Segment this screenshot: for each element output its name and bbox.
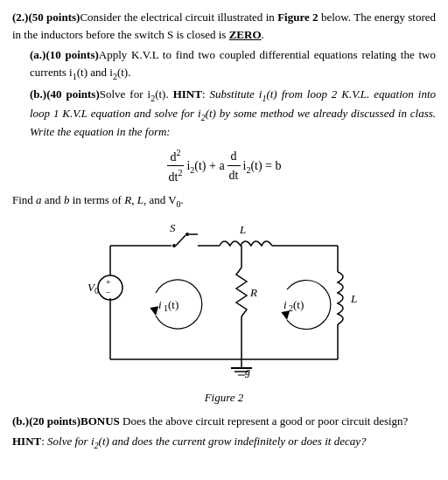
equation-block: d2 dt2 i2(t) + a d dt i2(t) = b (12, 146, 436, 186)
equation: d2 dt2 i2(t) + a d dt i2(t) = b (167, 146, 282, 186)
svg-point-4 (186, 233, 189, 236)
frac-d2: d2 dt2 (167, 146, 185, 186)
svg-text:+: + (106, 277, 111, 287)
part-a: (a.)(10 points)Apply K.V.L to find two c… (30, 46, 436, 82)
problem-header: (2.)(50 points)Consider the electrical c… (12, 9, 436, 43)
circuit-svg: S L L g (75, 219, 373, 386)
bonus-section: (b.)(20 points)BONUS Does the above circ… (12, 413, 436, 430)
svg-text:i: i (158, 298, 162, 311)
svg-text:0: 0 (94, 286, 99, 296)
svg-text:L: L (350, 292, 357, 305)
svg-point-2 (172, 244, 176, 247)
problem-container: (2.)(50 points)Consider the electrical c… (12, 9, 436, 451)
circuit-diagram: S L L g (12, 219, 436, 407)
bonus-label: (b.)(20 points) (12, 414, 80, 428)
find-text: Find a and b in terms of R, L, and V0. (12, 191, 436, 211)
svg-text:g: g (245, 365, 250, 378)
svg-text:(t): (t) (293, 298, 304, 311)
part-b: (b.)(40 points)Solve for i2(t). HINT: Su… (30, 86, 436, 141)
svg-text:S: S (170, 221, 176, 234)
hint-section: HINT: Solve for i2(t) and does the curre… (12, 433, 436, 452)
svg-text:(t): (t) (168, 298, 178, 311)
svg-text:L: L (239, 223, 246, 236)
hint-text: Solve for i2(t) and does the current gro… (47, 435, 366, 448)
svg-text:R: R (249, 286, 257, 299)
svg-line-3 (176, 235, 186, 246)
svg-text:i: i (284, 298, 287, 311)
bonus-word: BONUS (80, 414, 120, 428)
hint-label: HINT (12, 435, 41, 448)
problem-number: (2.)(50 points) (12, 10, 80, 24)
frac-d: d dt (228, 147, 241, 184)
part-b-label: (b.)(40 points) (30, 87, 100, 101)
figure-label: Figure 2 (205, 389, 244, 407)
bonus-text: Does the above circuit represent a good … (122, 414, 408, 428)
svg-text:−: − (106, 288, 111, 297)
part-a-label: (a.)(10 points) (30, 48, 99, 61)
